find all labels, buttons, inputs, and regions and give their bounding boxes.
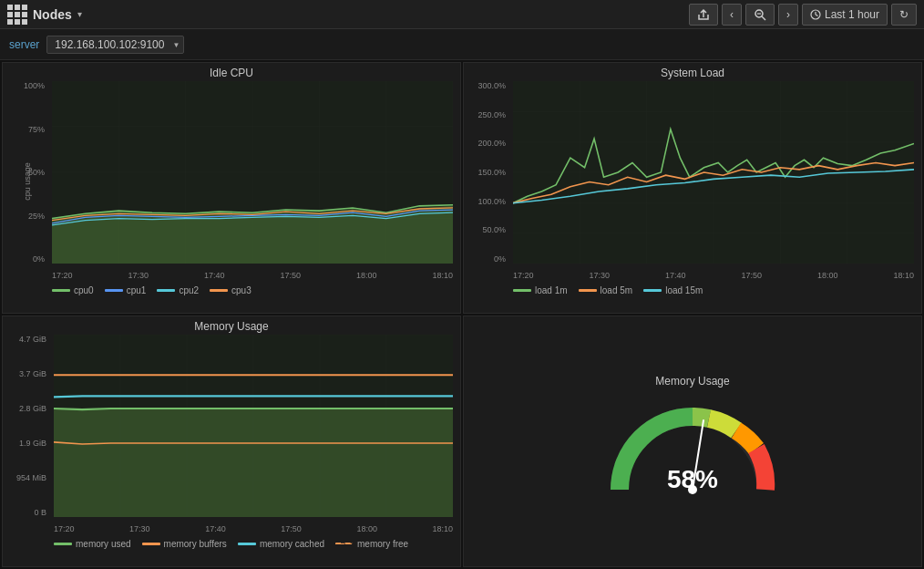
legend-cpu1: cpu1 — [105, 285, 147, 295]
x-label: 18:00 — [356, 271, 377, 280]
y-label: 75% — [28, 125, 45, 134]
legend-mem-free-label: memory free — [357, 539, 408, 549]
memory-y-axis: 4.7 GiB 3.7 GiB 2.8 GiB 1.9 GiB 954 MiB … — [8, 335, 50, 517]
gauge-svg: 58% — [601, 389, 784, 508]
y-label: 200.0% — [477, 139, 506, 148]
legend-mem-cached-line — [238, 543, 256, 545]
legend-mem-cached-label: memory cached — [260, 539, 324, 549]
x-label: 17:50 — [741, 271, 762, 280]
idle-cpu-legend: cpu0 cpu1 cpu2 cpu3 — [6, 282, 457, 295]
gauge-container: 58% — [601, 389, 784, 508]
serverbar: server 192.168.100.102:9100 — [0, 29, 924, 60]
x-label: 18:00 — [356, 524, 377, 533]
system-load-legend: load 1m load 5m load 15m — [467, 282, 918, 295]
navbar-left: Nodes ▾ — [7, 5, 82, 25]
legend-cpu3: cpu3 — [210, 285, 252, 295]
time-range-button[interactable]: Last 1 hour — [802, 4, 888, 26]
legend-cpu2-label: cpu2 — [179, 285, 199, 295]
legend-cpu2: cpu2 — [157, 285, 199, 295]
x-label: 17:30 — [128, 271, 149, 280]
legend-load15m: load 15m — [643, 285, 703, 295]
y-label: 50% — [28, 168, 45, 177]
legend-cpu3-label: cpu3 — [231, 285, 252, 295]
memory-gauge-panel: Memory Usage 58% — [463, 316, 922, 567]
share-button[interactable] — [689, 4, 718, 26]
legend-mem-used-line — [54, 543, 72, 545]
legend-mem-used-label: memory used — [76, 539, 131, 549]
system-load-svg — [513, 81, 914, 264]
legend-cpu3-line — [210, 289, 228, 292]
memory-line-panel: Memory Usage 4.7 GiB 3.7 GiB 2.8 GiB 1.9… — [2, 316, 461, 567]
legend-mem-buffers: memory buffers — [142, 539, 227, 549]
x-label: 17:30 — [589, 271, 610, 280]
memory-svg — [54, 335, 453, 517]
legend-cpu2-line — [157, 289, 175, 292]
y-label: 100% — [24, 81, 45, 90]
svg-text:58%: 58% — [667, 465, 718, 493]
y-label: 1.9 GiB — [19, 439, 46, 448]
server-select[interactable]: 192.168.100.102:9100 — [46, 36, 184, 54]
legend-mem-free: memory free — [335, 539, 408, 549]
memory-line-legend: memory used memory buffers memory cached… — [6, 535, 457, 549]
grid-icon — [7, 5, 27, 25]
y-label: 250.0% — [477, 110, 506, 119]
navbar-right: ‹ › Last 1 hour ↻ — [689, 4, 917, 26]
x-label: 17:20 — [513, 271, 534, 280]
system-load-title: System Load — [467, 67, 918, 79]
legend-mem-free-line — [335, 543, 354, 545]
legend-load15m-line — [643, 289, 662, 292]
idle-cpu-svg-wrap — [52, 81, 453, 264]
server-label: server — [9, 38, 39, 51]
svg-line-1 — [762, 16, 765, 20]
x-label: 18:10 — [893, 271, 914, 280]
refresh-button[interactable]: ↻ — [891, 4, 917, 26]
system-load-svg-wrap — [513, 81, 914, 264]
system-load-x-axis: 17:20 17:30 17:40 17:50 18:00 18:10 — [513, 271, 914, 280]
x-label: 17:40 — [204, 271, 225, 280]
app-title: Nodes — [33, 7, 72, 22]
y-label: 954 MiB — [16, 473, 46, 482]
idle-cpu-title: Idle CPU — [6, 67, 457, 79]
y-label: 4.7 GiB — [19, 335, 46, 344]
navbar: Nodes ▾ ‹ › Last 1 hour ↻ — [0, 0, 924, 29]
legend-load15m-label: load 15m — [665, 285, 703, 295]
memory-gauge-title: Memory Usage — [655, 375, 729, 388]
x-label: 17:30 — [129, 524, 150, 533]
idle-cpu-y-axis: 100% 75% 50% 25% 0% — [15, 81, 48, 264]
x-label: 18:10 — [432, 524, 453, 533]
title-caret: ▾ — [77, 9, 82, 19]
legend-cpu1-line — [105, 289, 123, 292]
idle-cpu-panel: Idle CPU cpu usage 100% 75% 50% 25% 0% — [2, 62, 461, 314]
x-label: 17:20 — [52, 271, 73, 280]
legend-cpu0-line — [52, 289, 70, 292]
y-label: 100.0% — [477, 197, 506, 206]
memory-line-chart-area: 4.7 GiB 3.7 GiB 2.8 GiB 1.9 GiB 954 MiB … — [6, 335, 457, 535]
memory-line-title: Memory Usage — [6, 320, 457, 333]
time-range-label: Last 1 hour — [825, 8, 879, 21]
legend-cpu1-label: cpu1 — [127, 285, 147, 295]
idle-cpu-chart-area: cpu usage 100% 75% 50% 25% 0% — [6, 81, 457, 282]
system-load-chart-area: 300.0% 250.0% 200.0% 150.0% 100.0% 50.0%… — [467, 81, 918, 282]
zoom-icon — [754, 8, 766, 21]
svg-line-5 — [816, 15, 818, 16]
legend-mem-used: memory used — [54, 539, 131, 549]
legend-load5m-line — [579, 289, 597, 292]
server-select-wrap[interactable]: 192.168.100.102:9100 — [46, 36, 184, 54]
idle-cpu-svg — [52, 81, 453, 264]
zoom-button[interactable] — [745, 4, 775, 26]
forward-button[interactable]: › — [778, 4, 798, 26]
x-label: 17:50 — [281, 524, 302, 533]
x-label: 18:00 — [817, 271, 838, 280]
x-label: 17:40 — [205, 524, 226, 533]
legend-load1m-label: load 1m — [535, 285, 568, 295]
svg-marker-44 — [54, 409, 453, 517]
y-label: 50.0% — [482, 225, 506, 234]
back-button[interactable]: ‹ — [722, 4, 742, 26]
memory-svg-wrap — [54, 335, 453, 517]
y-label: 0 B — [34, 508, 46, 517]
y-label: 150.0% — [477, 168, 506, 177]
legend-cpu0-label: cpu0 — [74, 285, 94, 295]
main-grid: Idle CPU cpu usage 100% 75% 50% 25% 0% — [0, 60, 924, 569]
system-load-y-axis: 300.0% 250.0% 200.0% 150.0% 100.0% 50.0%… — [469, 81, 509, 264]
system-load-panel: System Load 300.0% 250.0% 200.0% 150.0% … — [463, 62, 922, 314]
